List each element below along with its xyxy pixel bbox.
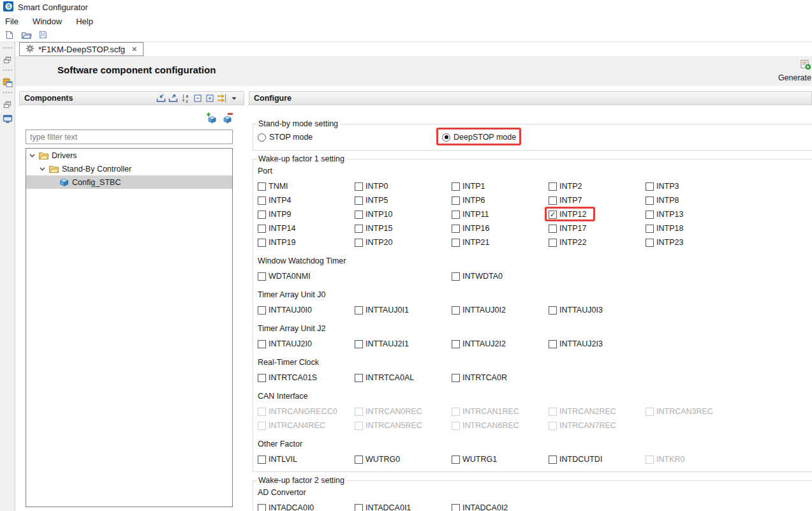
workbench: *F1KM-DeepSTOP.scfg ✕ Software component…: [15, 42, 812, 511]
checkbox-intkr0: INTKR0: [646, 455, 684, 464]
checkbox-intp13[interactable]: INTP13: [646, 210, 683, 219]
checkbox-inttauj2i3[interactable]: INTTAUJ2I3: [549, 339, 603, 348]
tree-item-config-stbc[interactable]: Config_STBC: [26, 175, 232, 189]
checkbox-intp23[interactable]: INTP23: [646, 238, 683, 247]
checkbox-intwdta0[interactable]: INTWDTA0: [452, 272, 503, 281]
checkbox-intp3[interactable]: INTP3: [646, 182, 679, 191]
checkbox-inttauj0i2[interactable]: INTTAUJ0I2: [452, 306, 506, 315]
expand-all-icon[interactable]: [204, 93, 215, 104]
open-folder-icon[interactable]: [20, 29, 32, 40]
checkbox-intp16[interactable]: INTP16: [452, 224, 489, 233]
checkbox-intp7[interactable]: INTP7: [549, 196, 582, 205]
checkbox-intp10[interactable]: INTP10: [355, 210, 392, 219]
checkbox-inttauj0i1[interactable]: INTTAUJ0I1: [355, 306, 409, 315]
checkbox-box-icon: [355, 225, 363, 233]
checkbox-box-icon: [452, 374, 460, 382]
add-component-icon[interactable]: [205, 112, 217, 123]
checkbox-intadca0i2[interactable]: INTADCA0I2: [452, 503, 508, 511]
checkbox-wutrg1[interactable]: WUTRG1: [452, 455, 497, 464]
checkbox-box-icon: [258, 340, 266, 348]
checkbox-intp2[interactable]: INTP2: [549, 182, 582, 191]
checkbox-inttauj2i0[interactable]: INTTAUJ2I0: [258, 339, 312, 348]
menu-window[interactable]: Window: [33, 17, 62, 26]
checkbox-intrtca01s[interactable]: INTRTCA01S: [258, 373, 317, 382]
close-icon[interactable]: ✕: [131, 45, 137, 54]
restore-view-icon[interactable]: [2, 99, 13, 110]
sort-az-icon[interactable]: az: [180, 93, 191, 104]
remove-component-icon[interactable]: [223, 112, 234, 123]
checkbox-intp15[interactable]: INTP15: [355, 224, 392, 233]
checkbox-tnmi[interactable]: TNMI: [258, 182, 288, 191]
chevron-down-icon[interactable]: [29, 154, 36, 158]
filter-input[interactable]: [26, 130, 233, 144]
checkbox-intp20[interactable]: INTP20: [355, 238, 392, 247]
components-panel-header: Components az: [19, 91, 244, 105]
checkbox-intdcutdi[interactable]: INTDCUTDI: [549, 455, 602, 464]
checkbox-label: INTP5: [365, 196, 388, 205]
checkbox-inttauj2i1[interactable]: INTTAUJ2I1: [355, 339, 409, 348]
checkbox-intp4[interactable]: INTP4: [258, 196, 291, 205]
menu-file[interactable]: File: [5, 17, 18, 26]
checkbox-intp21[interactable]: INTP21: [452, 238, 489, 247]
checkbox-label: WDTA0NMI: [269, 272, 311, 281]
chevron-down-icon[interactable]: [39, 167, 46, 171]
window-title: Smart Configurator: [18, 3, 88, 12]
checkbox-box-icon: [258, 422, 266, 430]
checkbox-intp12[interactable]: ✓INTP12: [549, 210, 586, 219]
radio-stop-mode[interactable]: STOP mode: [258, 133, 313, 142]
save-icon[interactable]: [37, 29, 48, 40]
checkbox-box-icon: [452, 182, 460, 191]
checkbox-wdta0nmi[interactable]: WDTA0NMI: [258, 272, 311, 281]
menu-help[interactable]: Help: [76, 17, 93, 26]
checkbox-intp8[interactable]: INTP8: [646, 196, 679, 205]
editor-tab[interactable]: *F1KM-DeepSTOP.scfg ✕: [19, 42, 144, 56]
svg-text:S: S: [7, 3, 11, 9]
checkbox-intadca0i0[interactable]: INTADCA0I0: [258, 503, 314, 511]
collapse-all-icon[interactable]: [192, 93, 203, 104]
title-bar: S Smart Configurator: [0, 0, 812, 14]
restore-view-icon[interactable]: [2, 54, 13, 66]
checkbox-inttauj0i3[interactable]: INTTAUJ0I3: [549, 306, 603, 315]
checkbox-inttauj2i2[interactable]: INTTAUJ2I2: [452, 339, 506, 348]
generate-button[interactable]: Generate: [778, 59, 811, 82]
checkbox-intp17[interactable]: INTP17: [549, 224, 586, 233]
checkbox-intp19[interactable]: INTP19: [258, 238, 295, 247]
drag-handle: [3, 47, 12, 51]
console-view-icon[interactable]: [2, 113, 13, 124]
checkbox-intp6[interactable]: INTP6: [452, 196, 485, 205]
checkbox-box-icon: [646, 239, 654, 247]
checkbox-intp11[interactable]: INTP11: [452, 210, 489, 219]
checkbox-inttauj0i0[interactable]: INTTAUJ0I0: [258, 306, 312, 315]
checkbox-intrtca0r[interactable]: INTRTCA0R: [452, 373, 507, 382]
mcu-pin-view-icon[interactable]: [2, 77, 13, 88]
checkbox-intrcan1rec: INTRCAN1REC: [452, 407, 519, 416]
checkbox-intlvil[interactable]: INTLVIL: [258, 455, 297, 464]
checkbox-intp14[interactable]: INTP14: [258, 224, 295, 233]
checkbox-box-icon: [452, 422, 460, 430]
checkbox-intp22[interactable]: INTP22: [549, 238, 586, 247]
checkbox-intp5[interactable]: INTP5: [355, 196, 388, 205]
checkbox-intp0[interactable]: INTP0: [355, 182, 388, 191]
tree-item-stand-by-controller[interactable]: Stand-By Controller: [26, 162, 232, 175]
checkbox-label: INTP15: [365, 224, 392, 233]
checkbox-intp18[interactable]: INTP18: [646, 224, 683, 233]
checkbox-intp1[interactable]: INTP1: [452, 182, 485, 191]
checkbox-label: WUTRG1: [462, 455, 497, 464]
checkbox-wutrg0[interactable]: WUTRG0: [355, 455, 400, 464]
checkbox-row: INTLVILWUTRG0WUTRG1INTDCUTDIINTKR0: [258, 452, 812, 466]
show-arrows-icon[interactable]: [216, 93, 227, 104]
checkbox-label: INTP4: [269, 196, 291, 205]
checkbox-intadca0i1[interactable]: INTADCA0I1: [355, 503, 411, 511]
menu-dropdown-icon[interactable]: [228, 93, 239, 104]
radio-deepstop-mode[interactable]: DeepSTOP mode: [442, 133, 516, 142]
tree-item-drivers[interactable]: Drivers: [26, 149, 232, 162]
import-icon[interactable]: [156, 93, 166, 104]
export-icon[interactable]: [168, 93, 179, 104]
checkbox-label: INTADCA0I0: [269, 503, 314, 511]
checkbox-box-icon: [258, 374, 266, 382]
checkbox-intp9[interactable]: INTP9: [258, 210, 291, 219]
checkbox-intrtca0al[interactable]: INTRTCA0AL: [355, 373, 414, 382]
generate-code-icon: [800, 59, 811, 73]
checkbox-box-icon: [452, 340, 460, 348]
new-file-icon[interactable]: [4, 29, 15, 40]
